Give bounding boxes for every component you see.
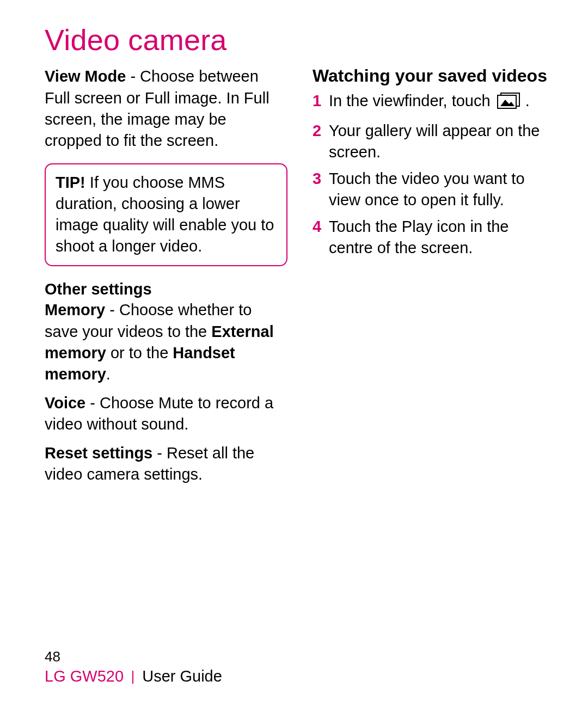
memory-label: Memory bbox=[45, 301, 105, 318]
memory-post: . bbox=[106, 365, 111, 383]
step-2: 2 Your gallery will appear on the screen… bbox=[313, 120, 555, 163]
right-column: Watching your saved videos 1 In the view… bbox=[313, 66, 555, 493]
step-number: 3 bbox=[313, 168, 321, 189]
step-number: 4 bbox=[313, 216, 321, 237]
step-3-text: Touch the video you want to view once to… bbox=[329, 170, 525, 209]
view-mode-label: View Mode bbox=[45, 68, 126, 85]
gallery-icon bbox=[497, 93, 520, 114]
two-column-layout: View Mode - Choose between Full screen o… bbox=[45, 66, 555, 493]
page-title: Video camera bbox=[45, 24, 555, 56]
step-1-pre: In the viewfinder, touch bbox=[329, 92, 495, 109]
footer-divider bbox=[132, 671, 133, 684]
manual-page: Video camera View Mode - Choose between … bbox=[0, 0, 588, 705]
footer-model: LG GW520 bbox=[45, 667, 124, 685]
memory-paragraph: Memory - Choose whether to save your vid… bbox=[45, 299, 287, 385]
step-1-post: . bbox=[521, 92, 530, 109]
page-footer: 48 LG GW520 User Guide bbox=[45, 648, 222, 685]
voice-paragraph: Voice - Choose Mute to record a video wi… bbox=[45, 393, 287, 435]
tip-label: TIP! bbox=[56, 174, 85, 191]
watching-heading: Watching your saved videos bbox=[313, 66, 555, 86]
reset-label: Reset settings bbox=[45, 444, 152, 462]
reset-paragraph: Reset settings - Reset all the video cam… bbox=[45, 443, 287, 485]
tip-box: TIP! If you choose MMS duration, choosin… bbox=[45, 163, 287, 266]
step-number: 1 bbox=[313, 90, 321, 112]
step-4-text: Touch the Play icon in the centre of the… bbox=[329, 218, 509, 256]
left-column: View Mode - Choose between Full screen o… bbox=[45, 66, 287, 493]
other-settings-heading: Other settings bbox=[45, 280, 287, 298]
footer-guide: User Guide bbox=[142, 667, 222, 685]
footer-line: LG GW520 User Guide bbox=[45, 667, 222, 685]
step-3: 3 Touch the video you want to view once … bbox=[313, 168, 555, 211]
view-mode-paragraph: View Mode - Choose between Full screen o… bbox=[45, 66, 287, 151]
step-2-text: Your gallery will appear on the screen. bbox=[329, 122, 540, 161]
voice-label: Voice bbox=[45, 394, 85, 412]
steps-list: 1 In the viewfinder, touch . 2 Your gall… bbox=[313, 90, 555, 259]
step-number: 2 bbox=[313, 120, 321, 142]
memory-mid: or to the bbox=[106, 344, 173, 361]
page-number: 48 bbox=[45, 648, 222, 665]
step-4: 4 Touch the Play icon in the centre of t… bbox=[313, 216, 555, 259]
step-1: 1 In the viewfinder, touch . bbox=[313, 90, 555, 114]
tip-text: If you choose MMS duration, choosing a l… bbox=[56, 174, 274, 255]
